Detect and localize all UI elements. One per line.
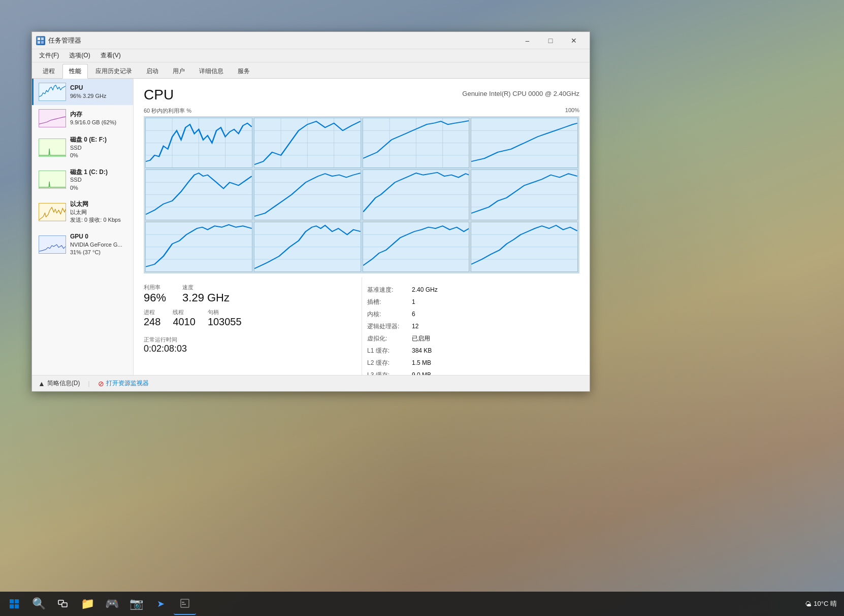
explorer-button[interactable]: 📁 xyxy=(76,593,99,615)
thread-stat: 线程 4010 xyxy=(173,309,196,328)
tab-startup[interactable]: 启动 xyxy=(140,64,165,78)
cpu-grid xyxy=(144,116,579,273)
arrow-button[interactable]: ➤ xyxy=(149,593,172,615)
gpu-usage: 31% (37 °C) xyxy=(70,249,122,256)
svg-rect-2 xyxy=(38,41,40,44)
stats-right: 基准速度: 2.40 GHz 插槽: 1 内核: 6 逻辑处理器: xyxy=(362,278,579,375)
tab-users[interactable]: 用户 xyxy=(166,64,191,78)
stats-section: 利用率 96% 速度 3.29 GHz 进程 248 xyxy=(144,278,579,375)
weather-icon: 🌤 xyxy=(805,600,811,608)
logical-row: 逻辑处理器: 12 xyxy=(367,320,579,332)
thread-value: 4010 xyxy=(173,316,196,328)
l3-row: L3 缓存: 9.0 MB xyxy=(367,369,579,375)
thread-label: 线程 xyxy=(173,309,196,316)
tab-details[interactable]: 详细信息 xyxy=(192,64,230,78)
net-sidebar-info: 以太网 以太网 发送: 0 接收: 0 Kbps xyxy=(70,200,121,224)
taskbar: 🔍 📁 🎮 📷 ➤ 🌤 10°C 晴 xyxy=(0,592,844,616)
mem-thumbnail xyxy=(39,109,66,127)
handle-label: 句柄 xyxy=(208,309,242,316)
core-key: 内核: xyxy=(367,308,408,320)
tab-performance[interactable]: 性能 xyxy=(62,64,88,79)
taskbar-right: 🌤 10°C 晴 xyxy=(805,599,842,608)
core-row: 内核: 6 xyxy=(367,308,579,320)
panel-header: CPU Genuine Intel(R) CPU 0000 @ 2.40GHz xyxy=(144,87,579,103)
camera-button[interactable]: 📷 xyxy=(125,593,147,615)
socket-key: 插槽: xyxy=(367,296,408,308)
monitor-link[interactable]: 打开资源监视器 xyxy=(106,379,149,388)
separator: | xyxy=(88,380,90,387)
menu-options[interactable]: 选项(O) xyxy=(65,50,94,61)
svg-rect-1 xyxy=(41,38,44,40)
cpu-cell-11 xyxy=(471,222,578,272)
mem-usage: 9.9/16.0 GB (62%) xyxy=(70,119,116,126)
window-icon xyxy=(36,36,45,45)
sidebar-item-disk0[interactable]: 磁盘 0 (E: F:) SSD 0% xyxy=(32,131,133,164)
no-entry-icon: ⊘ xyxy=(98,380,104,388)
tab-process[interactable]: 进程 xyxy=(36,64,61,78)
l3-key: L3 缓存: xyxy=(367,369,408,375)
disk0-sidebar-info: 磁盘 0 (E: F:) SSD 0% xyxy=(70,135,107,160)
menu-file[interactable]: 文件(F) xyxy=(35,50,63,61)
svg-rect-67 xyxy=(181,599,189,607)
utilization-value: 96% xyxy=(144,291,166,304)
collapse-label: 简略信息(D) xyxy=(47,379,80,388)
uptime-label: 正常运行时间 xyxy=(144,336,351,344)
game-button[interactable]: 🎮 xyxy=(101,593,123,615)
minimize-button[interactable]: ‒ xyxy=(515,32,539,49)
collapse-icon: ▲ xyxy=(38,380,45,388)
net-thumbnail xyxy=(39,203,66,221)
disk1-type: SSD xyxy=(70,176,108,184)
chart-labels: 60 秒内的利用率 % 100% xyxy=(144,107,579,115)
socket-row: 插槽: 1 xyxy=(367,296,579,308)
base-speed-row: 基准速度: 2.40 GHz xyxy=(367,284,579,296)
disk1-thumbnail xyxy=(39,170,66,189)
cpu-cell-2 xyxy=(363,118,470,168)
logical-key: 逻辑处理器: xyxy=(367,320,408,332)
sidebar-item-gpu[interactable]: GPU 0 NVIDIA GeForce G... 31% (37 °C) xyxy=(32,228,133,261)
logical-val: 12 xyxy=(412,320,418,332)
window-controls: ‒ □ ✕ xyxy=(515,32,586,49)
svg-rect-69 xyxy=(182,604,186,605)
svg-rect-63 xyxy=(10,604,14,608)
collapse-button[interactable]: ▲ 简略信息(D) xyxy=(38,379,80,388)
sidebar-item-disk1[interactable]: 磁盘 1 (C: D:) SSD 0% xyxy=(32,164,133,196)
disk1-usage: 0% xyxy=(70,184,108,192)
maximize-button[interactable]: □ xyxy=(539,32,562,49)
tab-services[interactable]: 服务 xyxy=(231,64,256,78)
speed-label: 速度 xyxy=(182,284,230,291)
cpu-cell-1 xyxy=(254,118,361,168)
core-val: 6 xyxy=(412,308,415,320)
net-speed: 发送: 0 接收: 0 Kbps xyxy=(70,216,121,224)
svg-rect-0 xyxy=(38,38,40,40)
cpu-details-table: 基准速度: 2.40 GHz 插槽: 1 内核: 6 逻辑处理器: xyxy=(367,284,579,375)
cpu-usage: 96% 3.29 GHz xyxy=(70,92,107,100)
search-button[interactable]: 🔍 xyxy=(27,593,50,615)
sidebar-item-cpu[interactable]: CPU 96% 3.29 GHz xyxy=(32,79,133,105)
taskview-button[interactable] xyxy=(52,593,74,615)
cpu-sidebar-info: CPU 96% 3.29 GHz xyxy=(70,84,107,100)
net-type: 以太网 xyxy=(70,209,121,216)
sidebar-item-memory[interactable]: 内存 9.9/16.0 GB (62%) xyxy=(32,105,133,131)
content-area: CPU 96% 3.29 GHz 内存 9.9/16.0 GB (62%) xyxy=(32,79,590,375)
menu-view[interactable]: 查看(V) xyxy=(96,50,125,61)
l2-val: 1.5 MB xyxy=(412,357,431,369)
taskmanager-taskbar-button[interactable] xyxy=(174,593,196,615)
process-value: 248 xyxy=(144,316,160,328)
cpu-model: Genuine Intel(R) CPU 0000 @ 2.40GHz xyxy=(462,90,579,97)
disk0-name: 磁盘 0 (E: F:) xyxy=(70,135,107,144)
cpu-cell-7 xyxy=(471,169,578,220)
close-button[interactable]: ✕ xyxy=(562,32,586,49)
uptime-stat: 正常运行时间 0:02:08:03 xyxy=(144,332,351,354)
mem-name: 内存 xyxy=(70,110,116,119)
virt-val: 已启用 xyxy=(412,332,430,345)
disk0-usage: 0% xyxy=(70,152,107,159)
process-label: 进程 xyxy=(144,309,160,316)
sidebar-item-network[interactable]: 以太网 以太网 发送: 0 接收: 0 Kbps xyxy=(32,196,133,228)
tab-bar: 进程 性能 应用历史记录 启动 用户 详细信息 服务 xyxy=(32,62,590,79)
tab-history[interactable]: 应用历史记录 xyxy=(89,64,139,78)
net-name: 以太网 xyxy=(70,200,121,209)
speed-value: 3.29 GHz xyxy=(182,291,230,304)
l1-key: L1 缓存: xyxy=(367,345,408,357)
utilization-label: 利用率 xyxy=(144,284,166,291)
start-button[interactable] xyxy=(3,593,25,615)
